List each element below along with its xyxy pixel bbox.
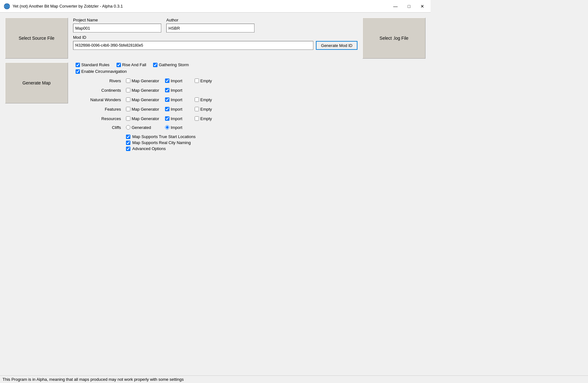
generate-map-button[interactable]: Generate Map [5, 62, 68, 103]
import-checkbox-rivers[interactable] [165, 78, 169, 83]
cliffs-import-radio[interactable] [165, 125, 169, 130]
map-generator-checkbox-resources[interactable] [126, 116, 130, 121]
empty-text-rivers: Empty [200, 78, 212, 83]
import-text-continents: Import [171, 88, 182, 93]
empty-checkbox-resources[interactable] [195, 116, 199, 121]
titlebar-controls: — □ ✕ [391, 3, 427, 9]
window-title: Yet (not) Another Bit Map Converter by Z… [13, 4, 123, 9]
import-label-features[interactable]: Import [165, 107, 193, 112]
author-label: Author [166, 18, 254, 22]
empty-label-resources[interactable]: Empty [195, 116, 223, 121]
top-row: Select Source File Project Name Author M… [5, 18, 425, 59]
map-generator-label-natural_wonders[interactable]: Map Generator [126, 97, 164, 102]
bottom-options: Map Supports True Start Locations Map Su… [76, 134, 425, 151]
option-controls-resources: Map Generator Import Empty [126, 116, 223, 121]
import-label-rivers[interactable]: Import [165, 78, 193, 83]
map-generator-text-features: Map Generator [132, 107, 159, 112]
import-checkbox-continents[interactable] [165, 88, 169, 92]
map-generator-text-continents: Map Generator [132, 88, 159, 93]
import-checkbox-features[interactable] [165, 107, 169, 111]
cliffs-row: Cliffs Generated Import [76, 123, 425, 132]
empty-label-features[interactable]: Empty [195, 107, 223, 112]
close-button[interactable]: ✕ [418, 3, 427, 9]
import-label-resources[interactable]: Import [165, 116, 193, 121]
empty-checkbox-natural_wonders[interactable] [195, 97, 199, 102]
main-content: Select Source File Project Name Author M… [0, 13, 431, 161]
standard-rules-label[interactable]: Standard Rules [76, 62, 110, 67]
bottom-checkbox-text-true_start: Map Supports True Start Locations [132, 134, 196, 139]
cliffs-import-label[interactable]: Import [165, 125, 203, 130]
project-name-input[interactable] [73, 24, 161, 32]
gathering-storm-label[interactable]: Gathering Storm [153, 62, 189, 67]
second-row: Generate Map Standard Rules Rise And Fal… [5, 62, 425, 151]
map-generator-checkbox-rivers[interactable] [126, 78, 130, 83]
minimize-button[interactable]: — [391, 3, 400, 9]
cliffs-label: Cliffs [76, 125, 126, 130]
select-log-file-button[interactable]: Select .log File [363, 18, 425, 59]
rise-and-fall-text: Rise And Fall [122, 62, 146, 67]
generate-mod-id-button[interactable]: Generate Mod ID [316, 41, 357, 50]
bottom-checkbox-label-advanced[interactable]: Advanced Options [126, 146, 425, 151]
author-input[interactable] [166, 24, 254, 32]
empty-label-natural_wonders[interactable]: Empty [195, 97, 223, 102]
import-label-natural_wonders[interactable]: Import [165, 97, 193, 102]
empty-label-rivers[interactable]: Empty [195, 78, 223, 83]
cliffs-generated-radio[interactable] [126, 125, 130, 130]
import-checkbox-resources[interactable] [165, 116, 169, 121]
option-table: Rivers Map Generator Import Empty Contin… [76, 76, 425, 123]
option-controls-natural_wonders: Map Generator Import Empty [126, 97, 223, 102]
bottom-checkbox-label-true_start[interactable]: Map Supports True Start Locations [126, 134, 425, 139]
empty-text-natural_wonders: Empty [200, 97, 212, 102]
bottom-checkbox-real_city[interactable] [126, 141, 130, 145]
map-generator-label-rivers[interactable]: Map Generator [126, 78, 164, 83]
bottom-checkbox-label-real_city[interactable]: Map Supports Real City Naming [126, 140, 425, 145]
import-label-continents[interactable]: Import [165, 88, 193, 93]
bottom-checkbox-text-real_city: Map Supports Real City Naming [132, 140, 191, 145]
project-name-label: Project Name [73, 18, 161, 22]
import-text-resources: Import [171, 116, 182, 121]
app-icon [4, 3, 10, 9]
project-author-row: Project Name Author [73, 18, 357, 32]
circumnavigation-checkbox[interactable] [76, 69, 80, 74]
map-generator-checkbox-features[interactable] [126, 107, 130, 111]
empty-checkbox-rivers[interactable] [195, 78, 199, 83]
mod-id-field-group [73, 41, 313, 50]
cliffs-generated-text: Generated [132, 125, 151, 130]
mod-id-label: Mod ID [73, 35, 357, 40]
map-generator-checkbox-natural_wonders[interactable] [126, 97, 130, 102]
rise-and-fall-checkbox[interactable] [117, 63, 121, 67]
mod-id-input[interactable] [73, 41, 313, 50]
import-text-features: Import [171, 107, 182, 112]
map-generator-text-rivers: Map Generator [132, 78, 159, 83]
map-generator-checkbox-continents[interactable] [126, 88, 130, 92]
circumnavigation-label[interactable]: Enable Circumnavigation [76, 69, 127, 74]
map-generator-label-features[interactable]: Map Generator [126, 107, 164, 112]
option-row-features: Features Map Generator Import Empty [76, 105, 425, 113]
map-generator-label-resources[interactable]: Map Generator [126, 116, 164, 121]
titlebar: Yet (not) Another Bit Map Converter by Z… [0, 0, 431, 13]
standard-rules-text: Standard Rules [81, 62, 110, 67]
restore-button[interactable]: □ [405, 3, 413, 9]
option-controls-continents: Map Generator Import [126, 88, 193, 93]
import-checkbox-natural_wonders[interactable] [165, 97, 169, 102]
cliffs-import-text: Import [171, 125, 182, 130]
gathering-storm-text: Gathering Storm [159, 62, 189, 67]
ruleset-row: Standard Rules Rise And Fall Gathering S… [76, 62, 425, 67]
standard-rules-checkbox[interactable] [76, 63, 80, 67]
gathering-storm-checkbox[interactable] [153, 63, 157, 67]
select-source-file-button[interactable]: Select Source File [5, 18, 68, 59]
author-group: Author [166, 18, 254, 32]
empty-checkbox-features[interactable] [195, 107, 199, 111]
cliffs-generated-label[interactable]: Generated [126, 125, 164, 130]
bottom-checkbox-true_start[interactable] [126, 135, 130, 139]
option-row-rivers: Rivers Map Generator Import Empty [76, 76, 425, 85]
option-controls-features: Map Generator Import Empty [126, 107, 223, 112]
bottom-checkbox-advanced[interactable] [126, 147, 130, 151]
rise-and-fall-label[interactable]: Rise And Fall [117, 62, 146, 67]
option-label-rivers: Rivers [76, 78, 126, 83]
option-label-continents: Continents [76, 88, 126, 93]
option-label-natural_wonders: Natural Wonders [76, 97, 126, 102]
mod-id-row: Generate Mod ID [73, 41, 357, 50]
map-generator-label-continents[interactable]: Map Generator [126, 88, 164, 93]
project-fields: Project Name Author Mod ID Generate Mod … [73, 18, 357, 50]
